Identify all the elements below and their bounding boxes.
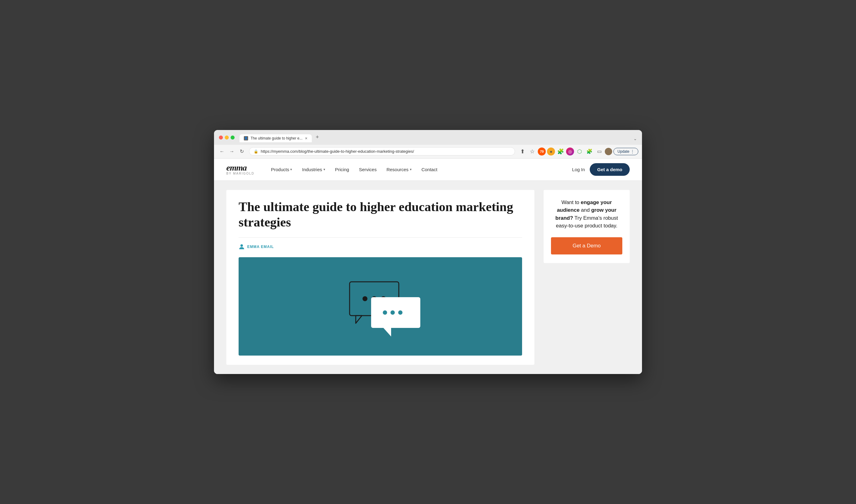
close-window-button[interactable] [219, 136, 223, 140]
svg-point-10 [398, 310, 403, 315]
login-link[interactable]: Log In [572, 167, 585, 172]
svg-point-9 [391, 310, 395, 315]
forward-button[interactable]: → [228, 147, 236, 156]
nav-industries[interactable]: Industries ▾ [298, 164, 329, 175]
minimize-window-button[interactable] [225, 136, 229, 140]
logo-emma-text: emma [226, 163, 254, 172]
colorful-extension-icon[interactable]: ◎ [566, 147, 574, 156]
products-chevron-icon: ▾ [290, 167, 292, 172]
back-button[interactable]: ← [218, 147, 226, 156]
site-navigation: emma by MARIGOLD Products ▾ Industries ▾… [214, 159, 642, 181]
author-name-label: EMMA EMAIL [247, 245, 274, 249]
sidebar-promo-text: Want to engage your audience and grow yo… [551, 199, 622, 230]
extension-badge-icon[interactable]: 79 [538, 147, 546, 156]
article-author: EMMA EMAIL [238, 244, 522, 250]
active-tab[interactable]: 👤 The ultimate guide to higher e... × [239, 134, 312, 142]
nav-items: Products ▾ Industries ▾ Pricing Services… [267, 164, 572, 175]
navigation-buttons: ← → ↻ [218, 147, 246, 156]
lock-icon: 🔒 [254, 149, 258, 154]
article-hero-image [238, 257, 522, 356]
sidebar-toggle-icon[interactable]: ▭ [595, 147, 604, 156]
svg-marker-2 [356, 316, 362, 323]
site-logo[interactable]: emma by MARIGOLD [226, 163, 254, 175]
sidebar-widget: Want to engage your audience and grow yo… [543, 190, 630, 263]
toolbar-icons: ⬆ ☆ 79 ● 🧩 ◎ ⬡ 🧩 ▭ Update ⋮ [518, 147, 638, 156]
tab-close-icon[interactable]: × [305, 136, 307, 141]
tab-title: The ultimate guide to higher e... [251, 136, 303, 141]
industries-chevron-icon: ▾ [323, 167, 325, 172]
article-title: The ultimate guide to higher education m… [238, 199, 522, 230]
nav-resources[interactable]: Resources ▾ [382, 164, 416, 175]
address-bar: ← → ↻ 🔒 https://myemma.com/blog/the-ulti… [214, 145, 642, 159]
nav-pricing[interactable]: Pricing [331, 164, 354, 175]
sidebar: Want to engage your audience and grow yo… [543, 190, 630, 365]
tabs-chevron-icon: ⌄ [634, 136, 637, 141]
tab-favicon-icon: 👤 [244, 136, 248, 141]
dark-extension-icon[interactable]: 🧩 [556, 147, 565, 156]
nav-actions: Log In Get a demo [572, 163, 630, 176]
traffic-lights [219, 136, 235, 140]
website-content: emma by MARIGOLD Products ▾ Industries ▾… [214, 159, 642, 374]
url-bar[interactable]: 🔒 https://myemma.com/blog/the-ultimate-g… [249, 147, 515, 156]
share-icon[interactable]: ⬆ [518, 147, 527, 156]
svg-rect-6 [371, 297, 420, 328]
user-avatar-icon[interactable] [605, 148, 612, 155]
update-button[interactable]: Update ⋮ [613, 148, 638, 155]
url-text: https://myemma.com/blog/the-ultimate-gui… [261, 149, 414, 154]
get-demo-nav-button[interactable]: Get a demo [590, 163, 630, 176]
orange-extension-icon[interactable]: ● [547, 147, 555, 156]
logo-byline-text: by MARIGOLD [226, 172, 254, 175]
browser-window: 👤 The ultimate guide to higher e... × + … [214, 130, 642, 374]
nav-contact[interactable]: Contact [417, 164, 442, 175]
reload-button[interactable]: ↻ [237, 147, 246, 156]
puzzle-extension-icon[interactable]: 🧩 [585, 147, 594, 156]
svg-marker-7 [384, 328, 391, 337]
main-content: The ultimate guide to higher education m… [214, 181, 642, 374]
maximize-window-button[interactable] [231, 136, 235, 140]
resources-chevron-icon: ▾ [410, 167, 412, 172]
svg-point-8 [383, 310, 387, 315]
bookmark-icon[interactable]: ☆ [528, 147, 537, 156]
svg-point-0 [240, 244, 243, 247]
nav-services[interactable]: Services [355, 164, 381, 175]
author-person-icon [238, 244, 245, 250]
chat-illustration [331, 273, 430, 340]
title-bar: 👤 The ultimate guide to higher e... × + … [214, 130, 642, 145]
update-menu-icon: ⋮ [631, 149, 634, 154]
nav-products[interactable]: Products ▾ [267, 164, 297, 175]
article-section: The ultimate guide to higher education m… [226, 190, 534, 365]
green-extension-icon[interactable]: ⬡ [575, 147, 584, 156]
new-tab-button[interactable]: + [313, 133, 322, 142]
sidebar-get-demo-button[interactable]: Get a Demo [551, 237, 622, 254]
svg-point-3 [362, 296, 368, 301]
